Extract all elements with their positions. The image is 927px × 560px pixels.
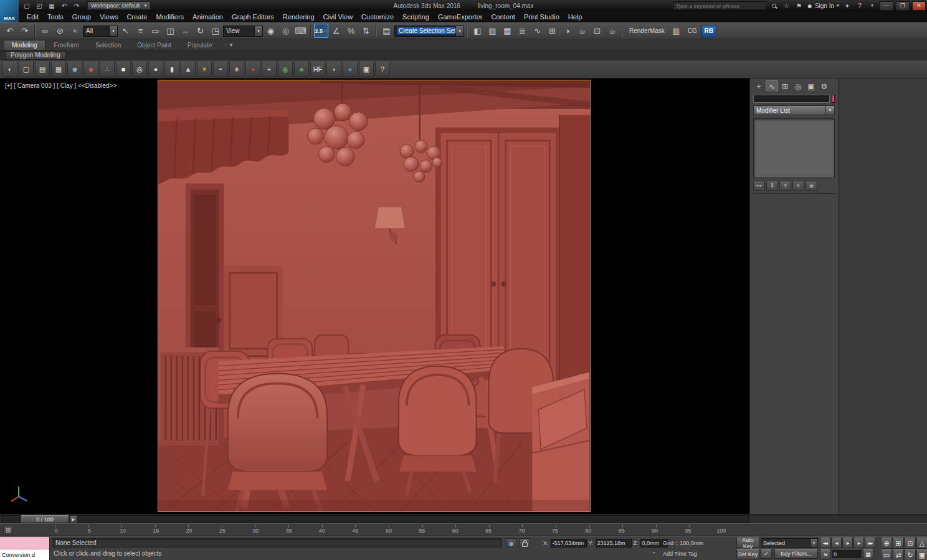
open-file-icon[interactable]: ◰ [34, 1, 45, 11]
select-and-manipulate-icon[interactable]: ◎ [278, 24, 293, 38]
snowflake-icon[interactable]: ∗ [229, 62, 244, 77]
render-setup-icon[interactable]: ☕ [575, 24, 589, 38]
select-and-link-icon[interactable]: ∞ [38, 24, 52, 38]
maximize-viewport-icon[interactable]: ▣ [916, 549, 927, 560]
auto-key-button[interactable]: Auto Key [736, 538, 759, 548]
modifier-stack[interactable] [753, 118, 835, 178]
command-tab-display[interactable]: ▣ [805, 80, 817, 92]
use-pivot-center-icon[interactable]: ◉ [264, 24, 278, 38]
menu-item[interactable]: Graph Editors [227, 11, 278, 22]
ribbon-tab-selection[interactable]: Selection [88, 40, 128, 50]
help-search-box[interactable] [673, 1, 766, 10]
menu-item[interactable]: Customize [357, 11, 398, 22]
search-icon[interactable] [769, 1, 779, 11]
new-scene-icon[interactable]: ▢ [21, 1, 32, 11]
remove-modifier-button[interactable]: × [792, 181, 804, 191]
next-frame-arrow[interactable]: ▶ [70, 515, 77, 523]
ribbon-options-icon[interactable]: ◦ [224, 42, 226, 48]
workspace-dropdown[interactable]: Workspace: Default ▼ [87, 1, 151, 10]
viewport[interactable]: [+] [ Camera 003 ] [ Clay ] <<Disabled>> [0, 78, 749, 514]
red-sphere-icon[interactable]: ● [245, 62, 260, 77]
viewport-label[interactable]: [+] [ Camera 003 ] [ Clay ] <<Disabled>> [5, 82, 116, 89]
zoom-icon[interactable]: ⊕ [881, 538, 892, 549]
fov-icon[interactable]: △ [916, 538, 927, 549]
selection-set-keying-dropdown[interactable]: Selected ▼ [761, 538, 818, 548]
scene-explorer-icon[interactable]: ≣ [515, 24, 530, 38]
track-bar-options-icon[interactable]: ⊞ [3, 526, 13, 534]
add-time-tag-button[interactable]: Add Time Tag [663, 551, 697, 557]
light-icon[interactable]: ☀ [197, 62, 212, 77]
geosphere-icon[interactable]: ◓ [213, 62, 228, 77]
render-elements-icon[interactable]: ▥ [669, 24, 683, 38]
window-crossing-icon[interactable]: ◫ [163, 24, 178, 38]
heightfield-icon[interactable]: HF [310, 62, 325, 77]
selection-filter-dropdown[interactable]: All ▼ [83, 26, 118, 37]
named-selection-set-combo[interactable]: Create Selection Set ▼ [394, 26, 464, 37]
show-end-result-button[interactable]: ‖ [766, 181, 778, 191]
time-slider-track[interactable] [1, 515, 749, 523]
modifier-list-dropdown[interactable]: Modifier List ▼ [753, 105, 835, 115]
menu-item[interactable]: Print Studio [520, 11, 564, 22]
previous-frame-icon[interactable]: ◀ [831, 538, 842, 548]
menu-item[interactable]: Rendering [278, 11, 319, 22]
ribbon-minimize-icon[interactable]: ▼ [229, 42, 234, 48]
zoom-extents-icon[interactable]: ⊡ [905, 538, 916, 549]
menu-item[interactable]: Tools [43, 11, 68, 22]
rendermask-button[interactable]: RenderMask [625, 27, 668, 34]
render-production-icon[interactable]: ☕ [605, 24, 619, 38]
scatter-icon[interactable]: ∴ [100, 62, 115, 77]
listener-line[interactable]: Conversion d [0, 549, 49, 560]
keyboard-override-icon[interactable]: ⌨ [293, 24, 308, 38]
select-and-rotate-icon[interactable]: ↻ [193, 24, 207, 38]
paint-deform-icon[interactable]: ◆ [83, 62, 98, 77]
layer-explorer-icon[interactable]: ▦ [500, 24, 515, 38]
earth-icon[interactable]: ◉ [278, 62, 293, 77]
shade-selected-icon[interactable]: ◐ [2, 62, 17, 77]
foliage-icon[interactable]: ♣ [294, 62, 309, 77]
ribbon-tab-object-paint[interactable]: Object Paint [130, 40, 178, 50]
menu-item[interactable]: Animation [188, 11, 227, 22]
schematic-view-icon[interactable]: ⊞ [545, 24, 559, 38]
command-tab-utilities[interactable]: ⚙ [818, 80, 830, 92]
cylinder-primitive-icon[interactable]: ▮ [164, 62, 179, 77]
menu-item[interactable]: Create [122, 11, 151, 22]
rendered-frame-icon[interactable]: ⊡ [590, 24, 604, 38]
orbit-icon[interactable]: ↻ [905, 549, 916, 560]
sign-in-button[interactable]: ☻ Sign In ▼ [806, 2, 840, 9]
menu-item[interactable]: GameExporter [434, 11, 487, 22]
favorites-star-icon[interactable]: ☆ [781, 1, 791, 11]
close-button[interactable]: ✕ [912, 1, 926, 11]
y-coordinate-field[interactable] [596, 539, 632, 548]
zoom-all-icon[interactable]: ⊞ [893, 538, 904, 549]
curve-editor-icon[interactable]: ∿ [530, 24, 544, 38]
shell-icon[interactable]: ◖ [326, 62, 341, 77]
object-color-swatch[interactable] [832, 95, 835, 103]
menu-item[interactable]: Scripting [398, 11, 434, 22]
pan-icon[interactable]: ⇄ [893, 549, 904, 560]
time-configuration-button[interactable]: ▦ [863, 549, 873, 559]
help-icon[interactable]: ? [375, 62, 390, 77]
previous-key-icon[interactable]: |◀ [820, 549, 830, 559]
camera-view-region[interactable] [158, 80, 591, 512]
bind-to-space-warp-icon[interactable]: ≈ [68, 24, 82, 38]
go-to-start-icon[interactable]: ◀◀ [820, 538, 830, 548]
ribbon-tab-freeform[interactable]: Freeform [47, 40, 87, 50]
undo-scene-icon[interactable]: ↶ [2, 24, 17, 38]
menu-item[interactable]: Civil View [319, 11, 357, 22]
restore-button[interactable]: ❐ [896, 1, 910, 11]
menu-item[interactable]: Help [564, 11, 587, 22]
transform-gizmo-icon[interactable]: + [262, 62, 277, 77]
blue-sphere-icon[interactable]: ● [343, 62, 358, 77]
zoom-region-icon[interactable]: ▭ [881, 549, 892, 560]
key-filters-button[interactable]: Key Filters... [774, 549, 818, 559]
configure-modifier-sets-button[interactable]: ≣ [806, 181, 817, 191]
reference-coordinate-dropdown[interactable]: View ▼ [223, 26, 263, 37]
ribbon-tab-populate[interactable]: Populate [180, 40, 219, 50]
select-and-move-icon[interactable]: ↔ [178, 24, 193, 38]
track-bar[interactable]: ⊞ 05101520253035404550556065707580859095… [0, 523, 927, 536]
undo-icon[interactable]: ↶ [59, 1, 70, 11]
sphere-primitive-icon[interactable]: ● [148, 62, 163, 77]
go-to-end-icon[interactable]: ▶▶ [865, 538, 875, 548]
snaps-toggle-button[interactable]: 2.5 ∩ [314, 24, 328, 38]
minimize-button[interactable]: — [880, 1, 893, 11]
